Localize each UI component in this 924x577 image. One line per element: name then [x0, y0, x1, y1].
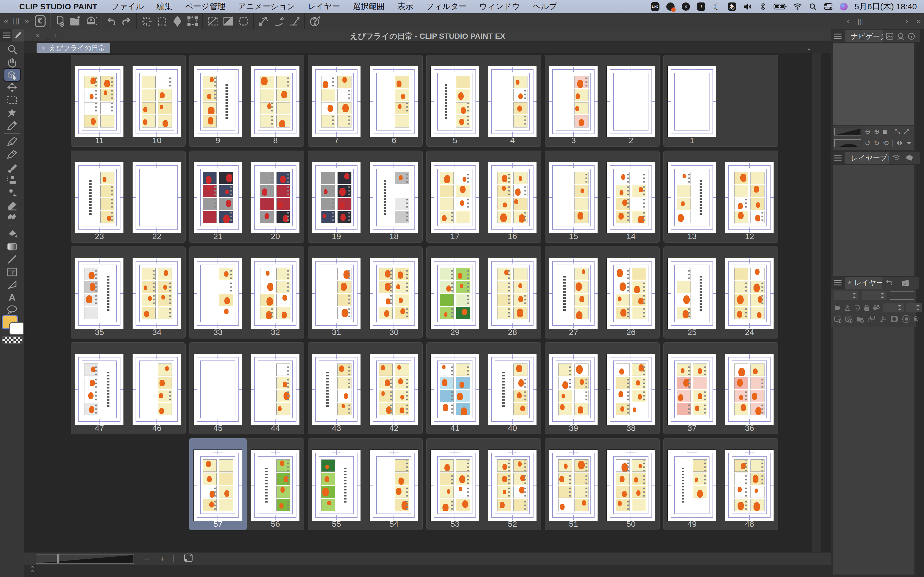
page-thumbnail-slot[interactable]: 16 — [484, 151, 541, 243]
spread-cell[interactable]: 4342 — [308, 342, 423, 434]
save-file-icon[interactable] — [83, 15, 99, 27]
right-dock-collapse[interactable]: ‹ ||| › » — [847, 13, 924, 29]
page-thumbnail-slot[interactable]: 31 — [308, 247, 365, 338]
page-manager-canvas[interactable]: 1110987654321232221201918171615141312353… — [24, 53, 831, 552]
page-thumbnail[interactable] — [431, 450, 479, 521]
line-icon[interactable]: LINE — [650, 2, 660, 11]
reference-layer-icon[interactable] — [844, 305, 851, 311]
page-thumbnail[interactable] — [668, 162, 716, 233]
panel-bars-icon[interactable]: ||| — [13, 16, 20, 26]
zoom-out-icon[interactable]: ⊖ — [865, 128, 871, 135]
tab-information[interactable] — [905, 30, 920, 42]
page-thumbnail-slot[interactable]: 43 — [308, 342, 365, 434]
expand-up-icon[interactable]: ⌃⌃ — [29, 567, 35, 575]
reset-zoom-icon[interactable]: ⏷ — [906, 139, 912, 147]
lock-transparent-icon[interactable] — [873, 304, 880, 311]
tool-figure-icon[interactable] — [5, 253, 20, 266]
page-thumbnail[interactable] — [251, 258, 299, 329]
layer-list[interactable] — [833, 327, 914, 575]
tool-eraser-icon[interactable] — [5, 199, 20, 211]
page-thumbnail[interactable] — [725, 258, 774, 329]
help-icon[interactable] — [307, 15, 322, 27]
tab-navigator[interactable]: ナビゲーター — [845, 30, 887, 42]
page-thumbnail[interactable] — [75, 354, 123, 425]
page-thumbnail[interactable] — [75, 258, 123, 329]
spread-cell[interactable]: 1110 — [71, 55, 186, 147]
page-thumbnail-slot[interactable]: 21 — [189, 151, 247, 243]
page-thumbnail-slot[interactable]: 3 — [545, 55, 602, 147]
page-thumbnail-slot[interactable]: 33 — [189, 247, 247, 338]
zoom-in-button[interactable]: + — [160, 554, 165, 564]
spread-cell[interactable]: 5150 — [545, 438, 660, 530]
tool-hand-icon[interactable] — [5, 56, 20, 68]
page-thumbnail-slot[interactable]: 38 — [602, 342, 660, 434]
menu-page-manage[interactable]: ページ管理 — [185, 1, 225, 12]
symmetry-ruler-icon[interactable] — [256, 15, 271, 27]
tool-gradient-icon[interactable] — [5, 241, 20, 253]
spread-cell[interactable]: 1716 — [426, 151, 541, 243]
page-thumbnail[interactable] — [194, 162, 242, 233]
tool-frame-border-icon[interactable] — [5, 266, 20, 278]
battery-icon[interactable] — [774, 2, 787, 11]
spread-cell[interactable]: 54 — [426, 55, 541, 147]
spread-cell[interactable]: 98 — [189, 55, 304, 147]
fit-window-icon[interactable]: ⤡ — [895, 128, 900, 135]
page-thumbnail-slot[interactable]: 6 — [365, 55, 423, 147]
page-thumbnail-slot[interactable]: 44 — [247, 342, 304, 434]
page-thumbnail-slot[interactable]: 54 — [365, 438, 423, 530]
page-thumbnail-slot[interactable]: 5 — [426, 55, 484, 147]
page-thumbnail[interactable] — [607, 66, 655, 137]
page-thumbnail-slot[interactable]: 52 — [484, 438, 541, 530]
page-thumbnail-slot[interactable]: 48 — [721, 438, 778, 530]
ruler-range-combo[interactable] — [883, 303, 904, 313]
wifi-icon[interactable] — [793, 2, 802, 11]
page-thumbnail-slot[interactable]: 7 — [308, 55, 365, 147]
page-thumbnail[interactable] — [251, 162, 299, 233]
input-japanese-icon[interactable]: あ — [727, 2, 737, 11]
tab-layer[interactable]: レイヤー — [845, 277, 886, 289]
expand-right-icon[interactable]: › — [906, 17, 908, 26]
navigator-zoom-slider[interactable] — [834, 128, 861, 135]
control-center-icon[interactable] — [824, 2, 833, 11]
zoom-out-button[interactable]: − — [144, 554, 150, 564]
page-thumbnail[interactable] — [488, 162, 536, 233]
spread-cell[interactable]: 3130 — [308, 247, 423, 338]
page-thumbnail-slot[interactable]: 51 — [545, 438, 602, 530]
menu-selection[interactable]: 選択範囲 — [353, 1, 385, 12]
page-thumbnail[interactable] — [549, 258, 598, 329]
page-thumbnail[interactable] — [370, 66, 418, 137]
page-thumbnail[interactable] — [194, 354, 242, 425]
rotate-cw-icon[interactable]: ↻ — [874, 139, 879, 147]
siri-icon[interactable] — [839, 2, 848, 11]
page-thumbnail-slot[interactable]: 24 — [721, 247, 778, 338]
page-thumbnail-slot[interactable]: 10 — [128, 55, 186, 147]
page-thumbnail[interactable] — [251, 450, 299, 521]
page-thumbnail-slot[interactable]: 55 — [308, 438, 365, 530]
spread-cell[interactable]: 3938 — [545, 342, 660, 434]
page-thumbnail[interactable] — [75, 66, 123, 137]
tab-timeline[interactable] — [898, 277, 919, 289]
collapse-left-icon[interactable]: ‹ — [847, 17, 849, 26]
page-thumbnail[interactable] — [132, 162, 181, 233]
page-thumbnail-slot[interactable]: 49 — [663, 438, 721, 530]
bluetooth-icon[interactable] — [758, 2, 767, 11]
spread-cell[interactable]: 5352 — [426, 438, 541, 530]
page-thumbnail[interactable] — [194, 66, 242, 137]
tool-move-layer-icon[interactable] — [5, 81, 20, 93]
page-thumbnail[interactable] — [312, 258, 360, 329]
page-thumbnail[interactable] — [431, 354, 479, 425]
page-thumbnail-slot[interactable]: 28 — [484, 247, 541, 338]
tool-eyedropper-icon[interactable] — [5, 119, 20, 131]
page-thumbnail[interactable] — [607, 354, 655, 425]
rotate-ccw-icon[interactable]: ↺ — [865, 139, 871, 147]
spotlight-icon[interactable] — [808, 2, 817, 11]
page-thumbnail-slot[interactable]: 27 — [545, 247, 602, 338]
snap-ruler-icon[interactable] — [205, 15, 221, 27]
page-thumbnail-slot[interactable]: 37 — [663, 342, 721, 434]
page-thumbnail[interactable] — [668, 258, 716, 329]
page-thumbnail[interactable] — [370, 258, 418, 329]
page-thumbnail-slot[interactable]: 40 — [484, 342, 541, 434]
spread-cell[interactable]: 76 — [308, 55, 423, 147]
snap-special-ruler-icon[interactable] — [221, 15, 236, 27]
page-thumbnail[interactable] — [431, 66, 479, 137]
